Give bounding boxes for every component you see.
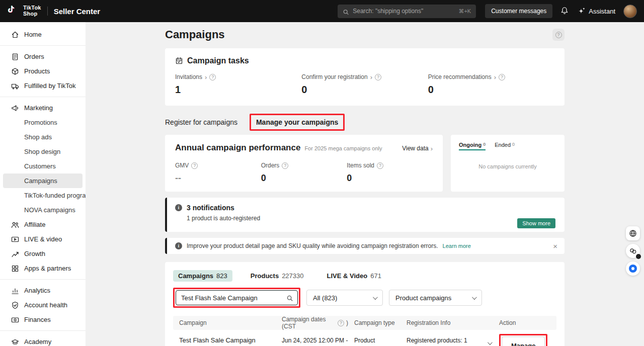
campaigns-table: Campaign Campaign dates (CST) Campaign t… <box>173 316 556 346</box>
table-row: Test Flash Sale Campaign Ongoing Jun 24,… <box>173 330 556 346</box>
manage-button[interactable]: Manage <box>502 336 545 346</box>
info-icon <box>175 204 182 211</box>
tab-ended[interactable]: Ended0 <box>495 142 515 150</box>
search-placeholder: Search: "shipping options" <box>353 8 455 15</box>
question-icon[interactable] <box>375 74 381 80</box>
page-title: Campaigns <box>165 28 225 41</box>
global-search[interactable]: Search: "shipping options" ⌘+K <box>338 5 476 18</box>
info-banner: Improve your product detail page and SKU… <box>165 238 565 254</box>
bell-icon[interactable] <box>560 7 570 16</box>
divider <box>0 279 86 280</box>
user-avatar[interactable] <box>623 5 637 18</box>
col-type: Campaign type <box>348 319 400 326</box>
sidebar-item-products[interactable]: Products <box>3 64 83 78</box>
performance-subtitle: For 2025 mega campaigns only <box>304 145 382 151</box>
assistant-label: Assistant <box>589 8 615 15</box>
support-chat-icon[interactable] <box>626 262 640 276</box>
status-filter-select[interactable]: All (823) <box>306 290 383 306</box>
page-help-button[interactable] <box>552 29 565 41</box>
tab-live-video[interactable]: LIVE & Video671 <box>322 270 386 282</box>
question-icon[interactable] <box>209 74 216 80</box>
sidebar-item-account-health[interactable]: Account health <box>3 298 83 312</box>
sidebar-item-growth[interactable]: Growth <box>3 246 83 261</box>
sidebar-item-promotions[interactable]: Promotions <box>3 115 83 130</box>
divider <box>0 45 86 46</box>
sidebar-item-apps-partners[interactable]: Apps & partners <box>3 261 83 276</box>
floating-widgets <box>626 226 640 276</box>
search-icon[interactable] <box>286 294 293 301</box>
annotation-box: Manage <box>499 334 547 346</box>
megaphone-icon <box>11 104 19 112</box>
topbar: TikTokShop Seller Center Search: "shippi… <box>0 0 644 22</box>
customer-messages-button[interactable]: Customer messages <box>485 4 552 18</box>
expand-chevron-icon[interactable] <box>488 340 493 345</box>
view-data-link[interactable]: View data› <box>402 145 433 152</box>
grid-icon <box>11 265 19 273</box>
task-price-recommendations[interactable]: Price recommendations› 0 <box>428 73 554 96</box>
analytics-icon <box>11 287 19 295</box>
tab-register-for-campaigns[interactable]: Register for campaigns <box>165 118 237 126</box>
tab-manage-your-campaigns[interactable]: Manage your campaigns <box>256 118 338 126</box>
sidebar-item-fulfilled-by-tiktok[interactable]: Fulfilled by TikTok <box>3 78 83 93</box>
sidebar-item-home[interactable]: Home <box>3 27 83 42</box>
widget-icon[interactable] <box>626 244 640 258</box>
sidebar-item-nova-campaigns[interactable]: NOVA campaigns <box>3 203 83 217</box>
cell-campaign: Test Flash Sale Campaign Ongoing <box>173 330 276 346</box>
metric-items-sold: Items sold 0 <box>347 162 433 184</box>
orders-icon <box>11 53 19 61</box>
sidebar-item-tiktok-funded-program[interactable]: TikTok-funded program <box>3 188 83 203</box>
sidebar-item-orders[interactable]: Orders <box>3 49 83 64</box>
sidebar-item-live-video[interactable]: LIVE & video <box>3 232 83 246</box>
campaign-type-select[interactable]: Product campaigns <box>389 290 482 306</box>
tab-ongoing[interactable]: Ongoing0 <box>459 142 486 150</box>
sidebar-item-academy[interactable]: Academy <box>3 334 83 346</box>
sidebar-item-campaigns[interactable]: Campaigns <box>3 174 83 188</box>
metric-orders: Orders 0 <box>261 162 347 184</box>
sparkle-icon <box>578 7 586 15</box>
tab-products[interactable]: Products227330 <box>246 270 309 282</box>
col-dates: Campaign dates (CST) <box>276 316 348 330</box>
sidebar: Home Orders Products Fulfilled by TikTok… <box>0 22 86 346</box>
question-icon <box>555 32 562 38</box>
app-name: Seller Center <box>54 7 101 16</box>
campaign-search-input[interactable] <box>181 294 286 302</box>
question-icon[interactable] <box>377 162 383 169</box>
banner-text: Improve your product detail page and SKU… <box>187 242 438 249</box>
academy-icon <box>11 338 19 346</box>
show-more-button[interactable]: Show more <box>517 218 555 228</box>
widget-badge <box>636 254 641 259</box>
question-icon[interactable] <box>191 162 198 169</box>
sidebar-item-shop-ads[interactable]: Shop ads <box>3 130 83 144</box>
sidebar-item-marketing[interactable]: Marketing <box>3 101 83 115</box>
cell-registration: Registered products: 1 Approved: 1 <box>400 330 493 346</box>
sidebar-item-analytics[interactable]: Analytics <box>3 283 83 298</box>
money-icon <box>11 316 19 324</box>
metric-gmv-value: -- <box>175 173 261 184</box>
task-invitations[interactable]: Invitations› 1 <box>175 73 301 96</box>
tab-campaigns[interactable]: Campaigns823 <box>173 270 232 282</box>
cell-action: Manage <box>493 330 556 346</box>
sidebar-item-customers[interactable]: Customers <box>3 159 83 174</box>
home-icon <box>11 31 19 39</box>
sidebar-item-shop-design[interactable]: Shop design <box>3 144 83 159</box>
sidebar-item-finances[interactable]: Finances <box>3 312 83 327</box>
question-icon[interactable] <box>338 320 344 326</box>
empty-state-text: No campaigns currently <box>459 163 556 169</box>
translate-icon[interactable] <box>626 226 640 240</box>
learn-more-link[interactable]: Learn more <box>443 243 471 249</box>
task-confirm-registration[interactable]: Confirm your registration› 0 <box>301 73 428 96</box>
question-icon[interactable] <box>282 162 288 169</box>
question-icon[interactable] <box>499 74 505 80</box>
chevron-down-icon <box>472 295 477 300</box>
assistant-button[interactable]: Assistant <box>578 7 615 15</box>
sidebar-item-affiliate[interactable]: Affiliate <box>3 217 83 232</box>
metric-items-sold-value: 0 <box>347 173 433 184</box>
close-icon[interactable] <box>553 242 557 250</box>
chevron-right-icon: › <box>205 74 207 80</box>
campaign-list-card: Campaigns823 Products227330 LIVE & Video… <box>165 262 565 346</box>
chevron-right-icon: › <box>494 74 496 80</box>
campaign-tasks-card: Campaign tasks Invitations› 1 Confirm yo… <box>165 48 565 106</box>
brand[interactable]: TikTokShop <box>7 5 41 17</box>
campaign-search-field[interactable] <box>176 290 298 305</box>
annotation-box <box>173 288 300 308</box>
